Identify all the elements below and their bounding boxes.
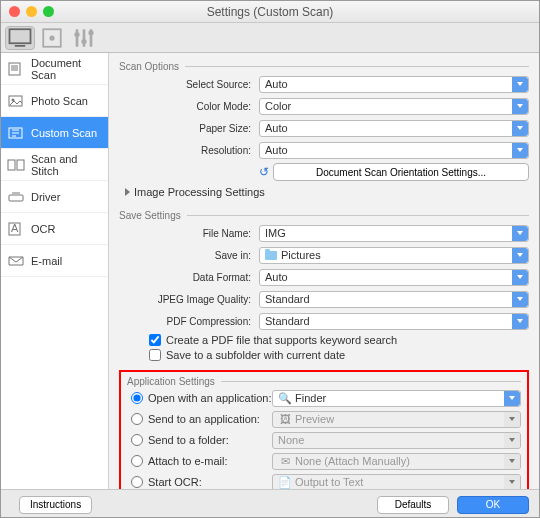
mail-icon: ✉ xyxy=(278,455,292,467)
chevron-down-icon xyxy=(512,99,528,114)
sidebar-item-scan-and-stitch[interactable]: Scan and Stitch xyxy=(1,149,108,181)
sidebar-item-label: OCR xyxy=(31,223,55,235)
sidebar-item-driver[interactable]: Driver xyxy=(1,181,108,213)
open-with-dropdown[interactable]: 🔍Finder xyxy=(272,390,521,407)
svg-point-3 xyxy=(49,35,54,40)
svg-rect-1 xyxy=(15,45,26,47)
stitch-icon xyxy=(7,158,25,172)
svg-point-4 xyxy=(74,31,79,36)
image-processing-disclosure[interactable]: Image Processing Settings xyxy=(125,186,529,198)
svg-rect-15 xyxy=(17,160,24,170)
select-source-label: Select Source: xyxy=(119,79,259,90)
data-format-dropdown[interactable]: Auto xyxy=(259,269,529,286)
sidebar-item-label: E-mail xyxy=(31,255,62,267)
sidebar-item-email[interactable]: E-mail xyxy=(1,245,108,277)
sidebar-item-document-scan[interactable]: Document Scan xyxy=(1,53,108,85)
paper-size-dropdown[interactable]: Auto xyxy=(259,120,529,137)
sidebar-item-custom-scan[interactable]: Custom Scan xyxy=(1,117,108,149)
toolbar-scan-from-computer-icon[interactable] xyxy=(5,26,35,50)
attach-email-dropdown: ✉None (Attach Manually) xyxy=(272,453,521,470)
orientation-settings-button[interactable]: Document Scan Orientation Settings... xyxy=(273,163,529,181)
minimize-icon[interactable] xyxy=(26,6,37,17)
resolution-dropdown[interactable]: Auto xyxy=(259,142,529,159)
window-titlebar: Settings (Custom Scan) xyxy=(1,1,539,23)
chevron-down-icon xyxy=(512,248,528,263)
chevron-down-icon xyxy=(512,226,528,241)
folder-icon xyxy=(265,251,277,260)
chevron-down-icon xyxy=(512,143,528,158)
document-icon xyxy=(7,62,25,76)
application-settings-highlight: Application Settings Open with an applic… xyxy=(119,370,529,489)
file-name-label: File Name: xyxy=(119,228,259,239)
chevron-down-icon xyxy=(512,314,528,329)
sidebar-item-label: Scan and Stitch xyxy=(31,153,108,177)
window-controls xyxy=(9,6,54,17)
start-ocr-radio[interactable]: Start OCR: xyxy=(127,476,272,488)
sidebar-item-label: Document Scan xyxy=(31,57,108,81)
chevron-down-icon xyxy=(512,77,528,92)
close-icon[interactable] xyxy=(9,6,20,17)
chevron-down-icon xyxy=(504,454,520,469)
sidebar-item-label: Photo Scan xyxy=(31,95,88,107)
defaults-button[interactable]: Defaults xyxy=(377,496,449,514)
save-settings-legend: Save Settings xyxy=(119,210,187,221)
sidebar-item-ocr[interactable]: AOCR xyxy=(1,213,108,245)
zoom-icon[interactable] xyxy=(43,6,54,17)
save-in-label: Save in: xyxy=(119,250,259,261)
ok-button[interactable]: OK xyxy=(457,496,529,514)
disclosure-triangle-icon xyxy=(125,188,130,196)
chevron-down-icon xyxy=(504,475,520,490)
application-settings-group: Application Settings Open with an applic… xyxy=(127,376,521,489)
save-in-dropdown[interactable]: Pictures xyxy=(259,247,529,264)
text-icon: 📄 xyxy=(278,476,292,488)
svg-rect-14 xyxy=(8,160,15,170)
file-name-combo[interactable]: IMG xyxy=(259,225,529,242)
email-icon xyxy=(7,254,25,268)
chevron-down-icon xyxy=(504,412,520,427)
chevron-down-icon xyxy=(512,292,528,307)
send-to-application-dropdown: 🖼Preview xyxy=(272,411,521,428)
sidebar-item-label: Custom Scan xyxy=(31,127,97,139)
finder-icon: 🔍 xyxy=(278,392,292,404)
sidebar-item-photo-scan[interactable]: Photo Scan xyxy=(1,85,108,117)
sidebar-item-label: Driver xyxy=(31,191,60,203)
pdf-compression-dropdown[interactable]: Standard xyxy=(259,313,529,330)
select-source-dropdown[interactable]: Auto xyxy=(259,76,529,93)
color-mode-dropdown[interactable]: Color xyxy=(259,98,529,115)
attach-to-email-radio[interactable]: Attach to e-mail: xyxy=(127,455,272,467)
send-to-folder-dropdown: None xyxy=(272,432,521,449)
footer: Instructions Defaults OK xyxy=(1,489,539,518)
ocr-icon: A xyxy=(7,222,25,236)
toolbar-scan-from-panel-icon[interactable] xyxy=(37,26,67,50)
data-format-label: Data Format: xyxy=(119,272,259,283)
svg-rect-0 xyxy=(10,29,31,43)
subfolder-date-checkbox[interactable]: Save to a subfolder with current date xyxy=(149,349,529,361)
settings-pane: Scan Options Select Source:Auto Color Mo… xyxy=(109,53,539,489)
jpeg-quality-label: JPEG Image Quality: xyxy=(119,294,259,305)
color-mode-label: Color Mode: xyxy=(119,101,259,112)
resolution-label: Resolution: xyxy=(119,145,259,156)
preview-icon: 🖼 xyxy=(278,413,292,425)
pdf-compression-label: PDF Compression: xyxy=(119,316,259,327)
scan-options-legend: Scan Options xyxy=(119,61,185,72)
toolbar xyxy=(1,23,539,53)
open-with-application-radio[interactable]: Open with an application: xyxy=(127,392,272,404)
start-ocr-dropdown: 📄Output to Text xyxy=(272,474,521,490)
toolbar-general-settings-icon[interactable] xyxy=(69,26,99,50)
send-to-application-radio[interactable]: Send to an application: xyxy=(127,413,272,425)
keyword-search-checkbox[interactable]: Create a PDF file that supports keyword … xyxy=(149,334,529,346)
svg-point-6 xyxy=(88,30,93,35)
chevron-down-icon xyxy=(512,121,528,136)
jpeg-quality-dropdown[interactable]: Standard xyxy=(259,291,529,308)
window-title: Settings (Custom Scan) xyxy=(207,5,334,19)
send-to-folder-radio[interactable]: Send to a folder: xyxy=(127,434,272,446)
application-settings-legend: Application Settings xyxy=(127,376,221,387)
svg-text:A: A xyxy=(11,222,19,234)
custom-icon xyxy=(7,126,25,140)
chevron-down-icon xyxy=(504,391,520,406)
refresh-icon[interactable]: ↺ xyxy=(259,165,269,179)
chevron-down-icon xyxy=(504,433,520,448)
driver-icon xyxy=(7,190,25,204)
svg-rect-16 xyxy=(9,195,23,201)
instructions-button[interactable]: Instructions xyxy=(19,496,92,514)
